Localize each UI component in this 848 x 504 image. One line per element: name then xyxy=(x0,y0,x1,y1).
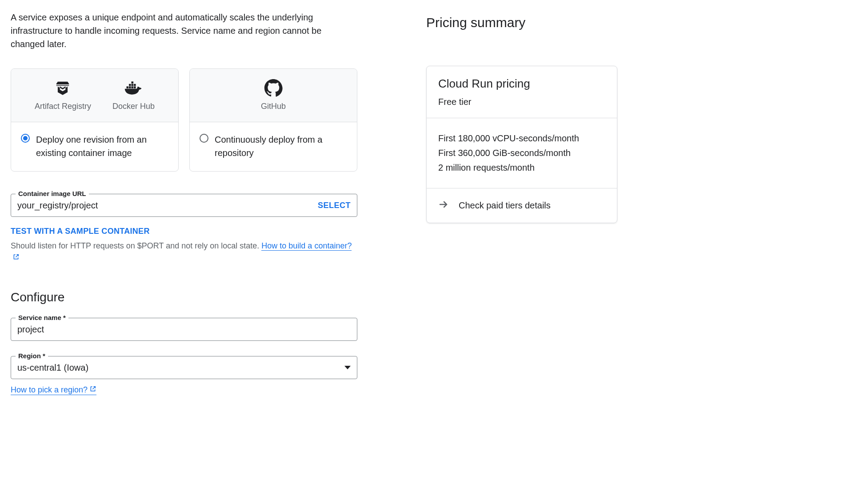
source-label: GitHub xyxy=(261,102,286,111)
radio-repository[interactable] xyxy=(200,134,208,143)
pricing-card: Cloud Run pricing Free tier First 180,00… xyxy=(426,66,617,223)
intro-text: A service exposes a unique endpoint and … xyxy=(11,11,348,51)
container-image-url-input[interactable] xyxy=(17,200,318,211)
card-header: Artifact Registry Docker Hub xyxy=(11,69,178,122)
artifact-registry-icon xyxy=(53,80,72,96)
source-label: Docker Hub xyxy=(112,102,155,111)
container-helper-text: Should listen for HTTP requests on $PORT… xyxy=(11,240,357,264)
radio-label: Continuously deploy from a repository xyxy=(215,133,347,160)
arrow-right-icon xyxy=(438,199,449,212)
github-icon xyxy=(264,80,283,96)
pricing-card-title: Cloud Run pricing xyxy=(438,77,605,91)
svg-rect-7 xyxy=(131,81,133,84)
svg-rect-4 xyxy=(129,84,131,86)
how-to-build-container-link[interactable]: How to build a container? xyxy=(261,241,352,251)
svg-rect-5 xyxy=(131,84,133,86)
container-image-url-field[interactable]: Container image URL SELECT xyxy=(11,194,357,217)
field-label: Service name * xyxy=(16,314,68,321)
chevron-down-icon xyxy=(344,366,351,369)
source-github: GitHub xyxy=(261,80,286,111)
deploy-options: Artifact Registry Docker Hub Deploy one … xyxy=(11,68,357,172)
pricing-item: First 360,000 GiB-seconds/month xyxy=(438,148,605,158)
deploy-card-repository[interactable]: GitHub Continuously deploy from a reposi… xyxy=(189,68,357,172)
field-label: Container image URL xyxy=(16,190,89,197)
svg-rect-2 xyxy=(131,86,133,88)
field-label: Region * xyxy=(16,352,48,360)
pricing-header-section: Cloud Run pricing Free tier xyxy=(427,66,617,118)
pricing-item: First 180,000 vCPU-seconds/month xyxy=(438,133,605,144)
select-image-button[interactable]: SELECT xyxy=(318,201,351,210)
docker-icon xyxy=(124,80,144,96)
service-name-field[interactable]: Service name * xyxy=(11,318,357,341)
test-sample-container-link[interactable]: TEST WITH A SAMPLE CONTAINER xyxy=(11,227,150,236)
region-field[interactable]: Region * us-central1 (Iowa) xyxy=(11,356,357,379)
external-link-icon xyxy=(12,252,20,264)
configure-heading: Configure xyxy=(11,290,357,304)
svg-rect-0 xyxy=(126,86,128,88)
card-header: GitHub xyxy=(190,69,357,122)
how-to-pick-region-link[interactable]: How to pick a region? xyxy=(11,385,96,395)
radio-label: Deploy one revision from an existing con… xyxy=(36,133,168,160)
svg-rect-1 xyxy=(129,86,131,88)
source-label: Artifact Registry xyxy=(35,102,91,111)
svg-rect-6 xyxy=(134,84,136,86)
region-helper-text: How to pick a region? xyxy=(11,385,88,395)
pricing-subtitle: Free tier xyxy=(438,97,605,107)
helper-static: Should listen for HTTP requests on $PORT… xyxy=(11,241,261,250)
check-paid-tiers-link[interactable]: Check paid tiers details xyxy=(427,188,617,223)
region-value: us-central1 (Iowa) xyxy=(17,363,344,373)
pricing-items: First 180,000 vCPU-seconds/month First 3… xyxy=(427,118,617,188)
radio-existing-image[interactable] xyxy=(21,134,30,143)
pricing-item: 2 million requests/month xyxy=(438,163,605,173)
external-link-icon xyxy=(89,385,96,395)
source-artifact-registry: Artifact Registry xyxy=(35,80,91,111)
source-docker-hub: Docker Hub xyxy=(112,80,155,111)
pricing-summary-heading: Pricing summary xyxy=(426,15,617,30)
deploy-card-existing-image[interactable]: Artifact Registry Docker Hub Deploy one … xyxy=(11,68,179,172)
paid-tiers-label: Check paid tiers details xyxy=(459,200,551,211)
svg-rect-3 xyxy=(134,86,136,88)
service-name-input[interactable] xyxy=(17,324,351,335)
